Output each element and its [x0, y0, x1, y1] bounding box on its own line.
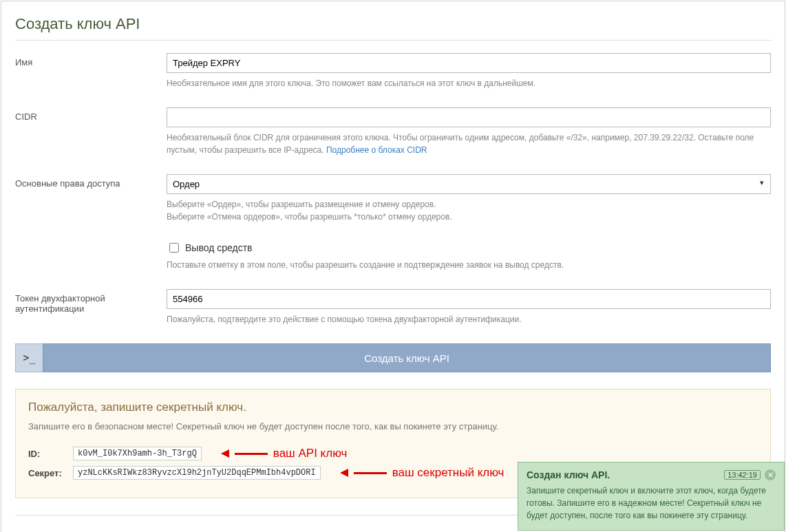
withdraw-label: Вывод средств [185, 242, 253, 253]
arrow-left-icon [340, 469, 348, 477]
cidr-input[interactable] [167, 107, 771, 127]
cidr-help-link[interactable]: Подробнее о блоках CIDR [326, 145, 427, 155]
twofa-help: Пожалуйста, подтвердите это действие с п… [167, 313, 771, 326]
label-cidr: CIDR [15, 107, 167, 156]
id-label: ID: [28, 449, 66, 459]
toast-time: 13:42:19 [724, 470, 761, 480]
secret-desc: Запишите его в безопасном месте! Секретн… [28, 421, 758, 432]
toast-title: Создан ключ API. [527, 469, 610, 480]
perm-select[interactable]: Ордер [167, 174, 771, 194]
row-cidr: CIDR Необязательный блок CIDR для ограни… [15, 107, 771, 156]
label-perm: Основные права доступа [15, 174, 167, 223]
withdraw-help: Поставьте отметку в этом поле, чтобы раз… [167, 259, 771, 271]
label-name: Имя [15, 53, 167, 89]
arrow-left-icon [221, 449, 229, 458]
arrow-line-icon [354, 472, 387, 474]
arrow-line-icon [235, 453, 268, 455]
id-value[interactable]: k0vM_I0k7Xh9amh-3h_T3rgQ [73, 447, 202, 460]
secret-label: Секрет: [28, 468, 66, 478]
terminal-prompt-icon: >_ [15, 343, 43, 372]
row-perm: Основные права доступа Ордер Выберите «О… [15, 174, 771, 223]
close-icon: ✕ [767, 471, 774, 480]
row-withdraw: Вывод средств Поставьте отметку в этом п… [15, 241, 771, 271]
secret-value[interactable]: yzNLcKKsRIWkz83RyvzcXl9h2jnTyU2DqqEPMmIb… [73, 466, 321, 480]
id-annot-text: ваш API ключ [273, 447, 348, 460]
perm-help-1: Выберите «Ордер», чтобы разрешить размещ… [167, 198, 771, 211]
name-help: Необязательное имя для этого ключа. Это … [167, 77, 771, 89]
create-api-key-button[interactable]: >_ Создать ключ API [15, 343, 771, 372]
row-api-id: ID: k0vM_I0k7Xh9amh-3h_T3rgQ ваш API клю… [28, 447, 758, 460]
cidr-help-text: Необязательный блок CIDR для ограничения… [167, 133, 754, 155]
row-twofa: Токен двухфакторной аутентификации Пожал… [15, 289, 771, 326]
secret-annotation: ваш секретный ключ [340, 466, 504, 480]
secret-title: Пожалуйста, запишите секретный ключ. [28, 401, 758, 414]
label-twofa: Токен двухфакторной аутентификации [15, 289, 167, 326]
toast-body: Запишите секретный ключ и включите этот … [527, 485, 776, 522]
withdraw-checkbox[interactable] [169, 243, 179, 253]
name-input[interactable] [167, 53, 771, 73]
twofa-input[interactable] [167, 289, 771, 309]
row-name: Имя Необязательное имя для этого ключа. … [15, 53, 771, 89]
divider [15, 40, 771, 41]
toast-notification: Создан ключ API. 13:42:19 ✕ Запишите сек… [518, 462, 785, 531]
cidr-help: Необязательный блок CIDR для ограничения… [167, 131, 771, 156]
toast-close-button[interactable]: ✕ [765, 469, 776, 480]
secret-annot-text: ваш секретный ключ [392, 466, 504, 480]
perm-help-2: Выберите «Отмена ордеров», чтобы разреши… [167, 211, 771, 223]
page-title: Создать ключ API [15, 15, 771, 33]
perm-help: Выберите «Ордер», чтобы разрешить размещ… [167, 198, 771, 223]
create-button-label: Создать ключ API [43, 343, 771, 372]
id-annotation: ваш API ключ [221, 447, 348, 460]
